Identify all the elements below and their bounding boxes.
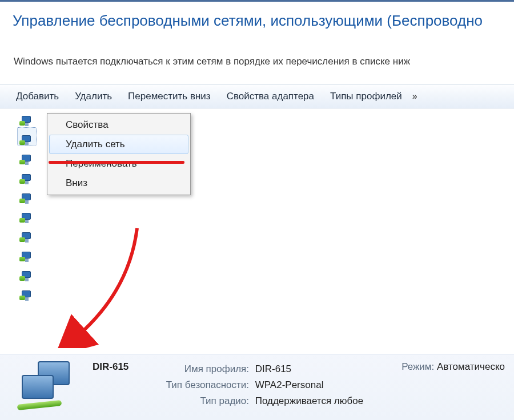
network-profile-icon	[19, 114, 34, 129]
details-security-label: Тип безопасности:	[161, 377, 252, 393]
toolbar-add-button[interactable]: Добавить	[8, 88, 67, 104]
details-security-value: WPA2-Personal	[255, 379, 324, 390]
network-list-item[interactable]	[19, 114, 35, 131]
network-list-item[interactable]	[19, 250, 35, 267]
toolbar-move-down-button[interactable]: Переместить вниз	[120, 88, 219, 104]
network-list-item[interactable]	[19, 269, 35, 286]
toolbar-adapter-properties-button[interactable]: Свойства адаптера	[219, 88, 322, 104]
ctx-properties[interactable]: Свойства	[49, 115, 188, 135]
details-network-name: DIR-615	[93, 360, 161, 373]
network-profile-icon	[19, 269, 34, 284]
ctx-rename[interactable]: Переименовать	[49, 154, 188, 173]
toolbar-overflow-button[interactable]: »	[410, 91, 422, 102]
network-profile-icon	[19, 211, 34, 226]
details-mode-label: Режим:	[401, 361, 434, 373]
toolbar: Добавить Удалить Переместить вниз Свойст…	[0, 84, 514, 108]
network-list-item[interactable]	[19, 211, 35, 228]
annotation-underline	[49, 161, 184, 164]
details-radio-label: Тип радио:	[161, 393, 252, 409]
ctx-move-down[interactable]: Вниз	[49, 173, 188, 193]
page-title: Управление беспроводными сетями, использ…	[13, 12, 514, 30]
network-list-item[interactable]	[19, 134, 35, 151]
ctx-delete-network[interactable]: Удалить сеть	[49, 135, 188, 154]
details-profile-label: Имя профиля:	[161, 361, 252, 377]
details-mode-value: Автоматическо	[437, 361, 505, 372]
network-profile-icon	[19, 289, 34, 304]
toolbar-profile-types-button[interactable]: Типы профилей	[322, 88, 410, 104]
network-list-item[interactable]	[19, 192, 35, 209]
details-profile-value: DIR-615	[255, 364, 291, 374]
network-profile-icon	[19, 134, 34, 148]
toolbar-remove-button[interactable]: Удалить	[67, 88, 120, 104]
network-profile-icon	[19, 192, 34, 207]
network-list-item[interactable]	[19, 153, 35, 170]
network-list-area: Свойства Удалить сеть Переименовать Вниз	[0, 108, 514, 348]
details-radio-value: Поддерживается любое	[255, 395, 363, 406]
network-profile-icon	[19, 172, 34, 187]
network-icon	[13, 361, 81, 413]
details-panel: DIR-615 Имя профиля: DIR-615 Тип безопас…	[0, 354, 514, 420]
page-subtitle: Windows пытается подключаться к этим сет…	[13, 56, 514, 67]
network-list-item[interactable]	[19, 231, 35, 248]
context-menu: Свойства Удалить сеть Переименовать Вниз	[47, 113, 191, 195]
network-profile-icon	[19, 153, 34, 168]
network-list-item[interactable]	[19, 172, 35, 189]
network-profile-icon	[19, 250, 34, 265]
network-list-item[interactable]	[19, 289, 35, 306]
network-profile-icon	[19, 231, 34, 245]
